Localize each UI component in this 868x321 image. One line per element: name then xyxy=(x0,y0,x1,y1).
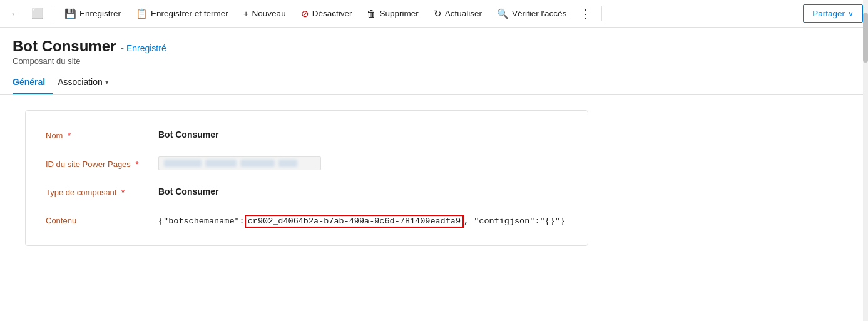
value-contenu: {"botschemaname":cr902_d4064b2a-b7ab-499… xyxy=(158,213,568,228)
content-suffix: , "configjson":"{}"} xyxy=(464,217,565,226)
refresh-icon: ↻ xyxy=(434,8,442,19)
tab-association-label: Association xyxy=(58,77,103,87)
form-section: Nom * Bot Consumer ID du site Power Page… xyxy=(25,110,588,246)
save-icon: 💾 xyxy=(64,8,76,19)
form-row-nom: Nom * Bot Consumer xyxy=(46,128,568,141)
blur-block-4 xyxy=(278,160,297,167)
save-label: Enregistrer xyxy=(79,9,121,18)
verify-icon: 🔍 xyxy=(497,8,509,19)
new-window-button[interactable]: ⬜ xyxy=(28,4,48,24)
tab-general-label: Général xyxy=(13,77,45,87)
form-row-id-site: ID du site Power Pages * xyxy=(46,156,568,170)
verify-button[interactable]: 🔍 Vérifier l'accès xyxy=(491,6,573,22)
delete-button[interactable]: 🗑 Supprimer xyxy=(360,6,424,21)
blur-block-1 xyxy=(164,160,202,167)
scrollbar-track[interactable] xyxy=(863,0,868,321)
share-chevron-icon: ∨ xyxy=(848,9,854,18)
required-type: * xyxy=(121,188,125,197)
share-label: Partager xyxy=(812,9,845,18)
back-button[interactable]: ← xyxy=(5,4,25,24)
new-window-icon: ⬜ xyxy=(31,8,44,19)
refresh-button[interactable]: ↻ Actualiser xyxy=(427,6,488,22)
label-id-site: ID du site Power Pages * xyxy=(46,157,158,170)
toolbar-right: Partager ∨ xyxy=(803,4,863,23)
toolbar-divider-1 xyxy=(53,6,53,21)
deactivate-button[interactable]: ⊘ Désactiver xyxy=(295,6,359,22)
delete-icon: 🗑 xyxy=(367,8,376,19)
save-close-icon: 📋 xyxy=(136,8,148,19)
label-nom: Nom * xyxy=(46,128,158,141)
header-area: Bot Consumer - Enregistré Composant du s… xyxy=(0,28,868,66)
content-highlight: cr902_d4064b2a-b7ab-499a-9c6d-781409eadf… xyxy=(245,215,464,228)
deactivate-icon: ⊘ xyxy=(301,8,309,19)
new-button[interactable]: + Nouveau xyxy=(237,6,292,21)
toolbar-divider-2 xyxy=(601,6,602,21)
more-icon: ⋮ xyxy=(580,7,591,21)
form-area: Nom * Bot Consumer ID du site Power Page… xyxy=(0,95,868,261)
share-button[interactable]: Partager ∨ xyxy=(803,4,863,23)
record-subtitle: Composant du site xyxy=(13,56,855,66)
value-id-site[interactable] xyxy=(158,156,321,170)
tab-association-chevron-icon: ▾ xyxy=(105,78,109,86)
form-row-contenu: Contenu {"botschemaname":cr902_d4064b2a-… xyxy=(46,213,568,228)
value-type: Bot Consumer xyxy=(158,185,568,196)
record-name: Bot Consumer xyxy=(13,38,116,55)
save-close-button[interactable]: 📋 Enregistrer et fermer xyxy=(130,6,235,22)
toolbar: ← ⬜ 💾 Enregistrer 📋 Enregistrer et ferme… xyxy=(0,0,868,28)
record-title: Bot Consumer - Enregistré xyxy=(13,38,855,55)
scrollbar-thumb[interactable] xyxy=(863,13,868,63)
record-status: - Enregistré xyxy=(121,43,166,53)
deactivate-label: Désactiver xyxy=(312,9,352,18)
back-icon: ← xyxy=(10,8,20,19)
required-nom: * xyxy=(68,131,71,140)
required-id-site: * xyxy=(135,160,138,169)
tab-general[interactable]: Général xyxy=(13,72,53,94)
page-wrapper: ← ⬜ 💾 Enregistrer 📋 Enregistrer et ferme… xyxy=(0,0,868,321)
more-button[interactable]: ⋮ xyxy=(575,4,596,23)
new-icon: + xyxy=(243,8,249,19)
label-contenu: Contenu xyxy=(46,213,158,227)
value-nom: Bot Consumer xyxy=(158,128,568,140)
content-prefix: {"botschemaname": xyxy=(158,217,245,226)
tabs-bar: Général Association ▾ xyxy=(0,72,868,95)
verify-label: Vérifier l'accès xyxy=(512,9,566,18)
delete-label: Supprimer xyxy=(379,9,418,18)
form-row-type: Type de composant * Bot Consumer xyxy=(46,185,568,198)
blur-block-2 xyxy=(205,160,237,167)
save-close-label: Enregistrer et fermer xyxy=(151,9,228,18)
refresh-label: Actualiser xyxy=(445,9,482,18)
new-label: Nouveau xyxy=(252,9,286,18)
blur-block-3 xyxy=(240,160,275,167)
label-type: Type de composant * xyxy=(46,185,158,198)
save-button[interactable]: 💾 Enregistrer xyxy=(58,6,127,22)
tab-association[interactable]: Association ▾ xyxy=(58,72,116,94)
